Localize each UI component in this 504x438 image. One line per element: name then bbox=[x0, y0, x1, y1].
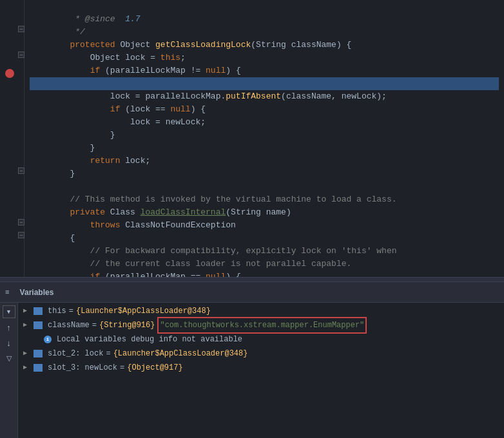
line-number-gutter: − − − − − bbox=[0, 0, 24, 277]
field-icon bbox=[34, 307, 43, 315]
filter-button[interactable]: ▽ bbox=[3, 352, 15, 365]
code-line: Object newLock = new Object(); bbox=[30, 64, 499, 77]
scroll-down-button[interactable]: ↓ bbox=[3, 336, 15, 349]
variables-panel: ▼ ↑ ↓ ▽ ▶ this = {Launcher$AppClassLoade… bbox=[0, 303, 504, 438]
variable-item-local-info: i Local variables debug info not availab… bbox=[18, 332, 504, 347]
code-line: * @since 1.7 bbox=[30, 0, 499, 13]
classname-value: "com.thoughtworks.xstream.mapper.EnumMap… bbox=[157, 317, 367, 334]
variable-list: ▶ this = {Launcher$AppClassLoader@348} ▶… bbox=[18, 303, 504, 438]
code-lines: * @since 1.7 */ protected Object getClas… bbox=[24, 0, 504, 277]
code-line-highlighted: lock = parallelLockMap.putIfAbsent(class… bbox=[30, 77, 499, 90]
code-editor: − − − − − * @since 1.7 */ protected Obje… bbox=[0, 0, 504, 277]
debug-toolbar: ≡ Variables bbox=[0, 282, 504, 303]
local-vars-info-text: Local variables debug info not available bbox=[57, 332, 242, 347]
code-line: } bbox=[30, 155, 499, 167]
breakpoint-marker[interactable] bbox=[5, 69, 14, 78]
field-icon bbox=[34, 364, 43, 372]
panel-divider bbox=[0, 277, 504, 282]
fold-marker-5[interactable]: − bbox=[18, 232, 24, 238]
dropdown-button[interactable]: ▼ bbox=[3, 305, 15, 318]
variables-left-toolbar: ▼ ↑ ↓ ▽ bbox=[0, 303, 18, 438]
variable-item-slot3[interactable]: ▶ slot_3: newLock = {Object@917} bbox=[18, 361, 504, 375]
code-line: if (parallelLockMap != null) { bbox=[30, 52, 499, 64]
code-line: if (parallelLockMap == null) { bbox=[30, 258, 499, 271]
field-icon bbox=[34, 350, 43, 357]
code-line: protected Object getClassLoadingLock(Str… bbox=[30, 26, 499, 39]
variable-item-classname[interactable]: ▶ className = {String@916} "com.thoughtw… bbox=[18, 318, 504, 332]
code-line: */ bbox=[30, 13, 499, 26]
fold-marker-4[interactable]: − bbox=[18, 219, 24, 225]
expand-arrow[interactable]: ▶ bbox=[23, 304, 31, 318]
scroll-up-button[interactable]: ↑ bbox=[3, 321, 15, 334]
code-line: private Class loadClassInternal(String n… bbox=[30, 193, 499, 206]
debug-panel: ≡ Variables ▼ ↑ ↓ ▽ ▶ this = {Launcher$A… bbox=[0, 282, 504, 438]
variable-item-slot2[interactable]: ▶ slot_2: lock = {Launcher$AppClassLoade… bbox=[18, 347, 504, 361]
expand-arrow[interactable]: ▶ bbox=[23, 347, 31, 361]
code-line: // For backward compatibility, explicitl… bbox=[30, 232, 499, 245]
code-line: lock = newLock; bbox=[30, 103, 499, 116]
fold-marker-3[interactable]: − bbox=[18, 167, 24, 174]
info-icon: i bbox=[44, 336, 52, 343]
tab-variables[interactable]: Variables bbox=[15, 287, 59, 298]
code-line: // This method is invoked by the virtual… bbox=[30, 180, 499, 193]
fold-marker-1[interactable]: − bbox=[18, 26, 24, 32]
variable-item-this[interactable]: ▶ this = {Launcher$AppClassLoader@348} bbox=[18, 304, 504, 318]
expand-arrow[interactable]: ▶ bbox=[23, 361, 31, 375]
code-line: throws ClassNotFoundException bbox=[30, 206, 499, 219]
code-line: return lock; bbox=[30, 142, 499, 155]
code-line: } bbox=[30, 129, 499, 142]
code-line: // the current class loader is not paral… bbox=[30, 245, 499, 258]
variables-icon: ≡ bbox=[5, 289, 10, 296]
code-line: if (lock == null) { bbox=[30, 90, 499, 103]
field-icon bbox=[34, 321, 43, 329]
fold-marker-2[interactable]: − bbox=[18, 52, 24, 58]
code-line: Object lock = this; bbox=[30, 39, 499, 52]
code-line bbox=[30, 167, 499, 180]
code-line: synchronized (this) { bbox=[30, 271, 499, 277]
expand-arrow[interactable]: ▶ bbox=[23, 318, 31, 332]
code-line: } bbox=[30, 116, 499, 129]
code-line: { bbox=[30, 219, 499, 232]
